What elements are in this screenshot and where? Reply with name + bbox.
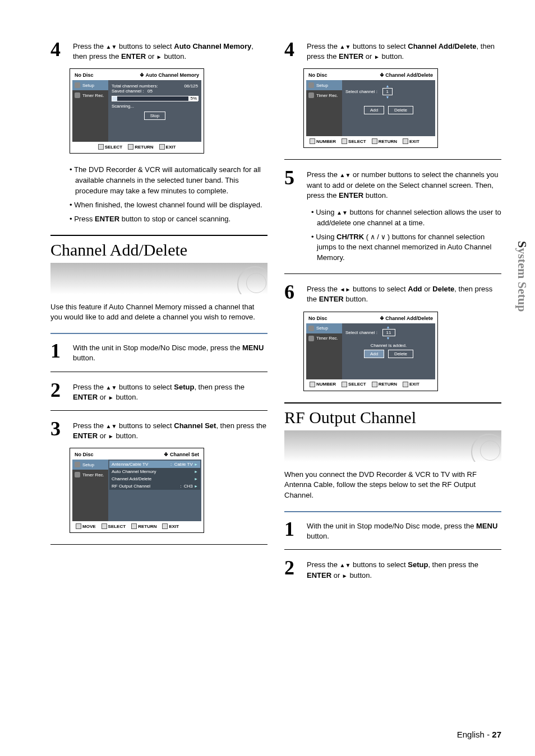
right-step-6: 6 Press the buttons to select Add or Del… [284, 282, 501, 304]
right-rf-step-2: 2 Press the buttons to select Setup, the… [284, 558, 501, 580]
section-title-rf-output: RF Output Channel [284, 402, 501, 427]
left-column: 4 Press the buttons to select Auto Chann… [50, 39, 268, 587]
left-cad-step-3: 3 Press the buttons to select Channel Se… [50, 419, 268, 441]
exit-icon [159, 144, 165, 150]
right-icon [156, 52, 162, 61]
exit-icon [162, 523, 168, 529]
menu-row[interactable]: Channel Add/Delete► [109, 475, 200, 483]
right-step-5: 5 Press the or number buttons to select … [284, 168, 501, 201]
number-icon [310, 138, 315, 144]
side-tab: System Setup [515, 241, 529, 312]
return-icon [372, 382, 377, 387]
return-icon [131, 523, 137, 529]
gear-icon [308, 326, 314, 331]
number-icon [310, 382, 315, 387]
section-decoration [50, 263, 268, 294]
move-icon [76, 523, 81, 529]
down-icon [111, 42, 117, 50]
screenshot-channel-set: No Disc❖ Channel Set Setup Timer Rec. An… [70, 448, 204, 533]
screenshot-auto-channel-memory: No Disc❖ Auto Channel Memory Setup Timer… [70, 68, 204, 154]
timer-icon [75, 472, 80, 477]
gear-icon [75, 82, 80, 88]
right-column: 4 Press the buttons to select Channel Ad… [284, 39, 501, 587]
menu-row[interactable]: Antenna/Cable TV: Cable TV ► [109, 461, 200, 468]
right-rf-step-1: 1 With the unit in Stop mode/No Disc mod… [284, 519, 501, 541]
screenshot-channel-add-delete: No Disc❖ Channel Add/Delete Setup Timer … [303, 68, 438, 148]
select-icon [102, 523, 107, 529]
timer-icon [75, 92, 80, 98]
left-cad-step-2: 2 Press the buttons to select Setup, the… [50, 380, 268, 402]
notes-list: The DVD Recorder & VCR will automaticall… [70, 165, 268, 224]
select-icon [342, 382, 347, 387]
add-button[interactable]: Add [364, 106, 384, 114]
stop-button[interactable]: Stop [144, 112, 165, 120]
gear-icon [75, 462, 80, 467]
right-step-4: 4 Press the buttons to select Channel Ad… [284, 39, 501, 62]
exit-icon [403, 138, 408, 144]
select-icon [98, 144, 104, 150]
section-title-channel-add-delete: Channel Add/Delete [50, 235, 268, 259]
timer-icon [308, 336, 314, 341]
menu-row[interactable]: Auto Channel Memory► [109, 468, 200, 475]
screenshot-channel-added: No Disc❖ Channel Add/Delete Setup Timer … [303, 312, 438, 391]
section-decoration [284, 430, 501, 462]
section-intro: When you connect the DVD Recorder & VCR … [284, 470, 501, 502]
return-icon [128, 144, 133, 150]
delete-button[interactable]: Delete [388, 350, 413, 358]
step-text: Press the buttons to select Auto Channel… [73, 39, 268, 62]
step-number: 4 [50, 39, 70, 62]
delete-button[interactable]: Delete [388, 106, 413, 114]
select-icon [342, 138, 347, 144]
timer-icon [308, 92, 314, 98]
left-cad-step-1: 1 With the unit in Stop mode/No Disc mod… [50, 341, 268, 363]
left-step-4: 4 Press the buttons to select Auto Chann… [50, 39, 268, 62]
up-icon [106, 42, 112, 50]
exit-icon [403, 382, 408, 387]
return-icon [372, 138, 377, 144]
page-footer: English - 27 [457, 730, 501, 739]
section-intro: Use this feature if Auto Channel Memory … [50, 302, 268, 323]
menu-row[interactable]: RF Output Channel: CH3 ► [109, 483, 200, 490]
notes-list: Using buttons for channel selection allo… [303, 207, 501, 263]
gear-icon [308, 82, 314, 88]
add-button[interactable]: Add [364, 350, 384, 358]
